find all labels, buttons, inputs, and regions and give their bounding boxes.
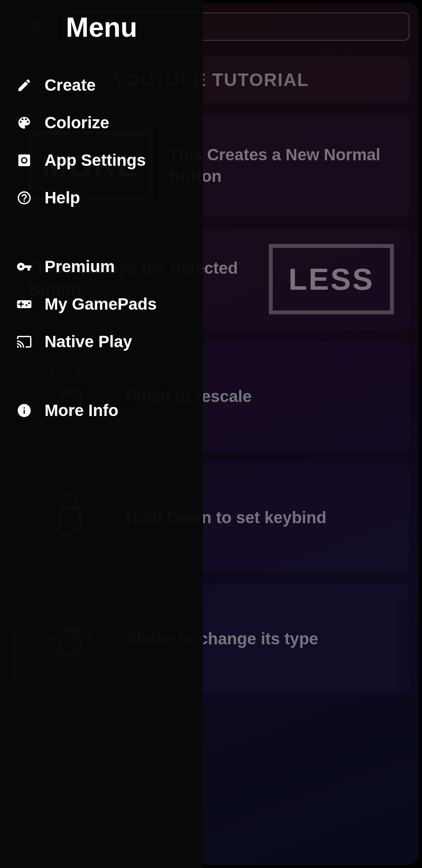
menu-item-create[interactable]: Create — [0, 66, 203, 104]
palette-icon — [16, 114, 33, 131]
cast-icon — [16, 333, 33, 350]
menu-item-help[interactable]: Help — [0, 179, 203, 217]
pencil-icon — [16, 77, 33, 94]
menu-item-native-play[interactable]: Native Play — [0, 323, 203, 360]
menu-divider — [0, 224, 203, 240]
menu-label: App Settings — [45, 151, 146, 170]
gamepad-icon — [16, 296, 33, 313]
menu-item-more-info[interactable]: More Info — [0, 392, 203, 429]
menu-divider — [0, 368, 203, 384]
menu-label: Colorize — [45, 113, 109, 132]
menu-item-app-settings[interactable]: App Settings — [0, 142, 203, 179]
menu-group-2: Premium My GamePads Native Play — [0, 240, 203, 368]
info-icon — [16, 402, 33, 419]
menu-label: Help — [45, 188, 80, 207]
menu-label: My GamePads — [45, 295, 157, 314]
menu-label: Native Play — [45, 332, 132, 351]
menu-label: Premium — [45, 257, 115, 276]
menu-label: Create — [45, 76, 96, 95]
less-box[interactable]: LESS — [269, 244, 394, 314]
menu-item-premium[interactable]: Premium — [0, 248, 203, 285]
menu-item-colorize[interactable]: Colorize — [0, 104, 203, 142]
menu-group-3: More Info — [0, 384, 203, 437]
menu-label: More Info — [45, 401, 118, 420]
settings-icon — [16, 152, 33, 169]
help-icon — [16, 189, 33, 206]
menu-group-1: Create Colorize App Settings Help — [0, 59, 203, 224]
key-icon — [16, 258, 33, 275]
menu-item-my-gamepads[interactable]: My GamePads — [0, 285, 203, 323]
navigation-drawer: Menu Create Colorize App Settings Help — [0, 0, 203, 868]
drawer-title: Menu — [0, 0, 203, 59]
